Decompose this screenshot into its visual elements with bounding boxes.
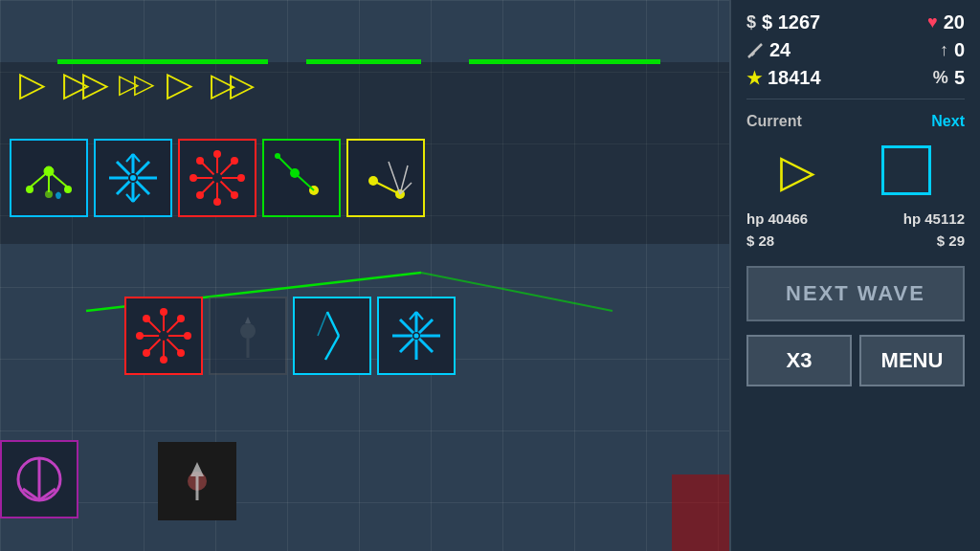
percent-icon: % bbox=[933, 68, 948, 88]
svg-point-67 bbox=[240, 323, 256, 339]
svg-point-4 bbox=[26, 186, 33, 193]
percent-value: 5 bbox=[954, 67, 965, 89]
tower-row-1 bbox=[10, 139, 425, 217]
enemy-preview-row: ▷ bbox=[746, 143, 965, 197]
up-value: 0 bbox=[954, 39, 965, 61]
progress-bar-2 bbox=[306, 59, 421, 64]
heart-icon: ♥ bbox=[927, 12, 938, 33]
svg-point-62 bbox=[143, 315, 150, 322]
svg-point-29 bbox=[196, 157, 204, 165]
svg-line-1 bbox=[30, 171, 49, 187]
svg-point-66 bbox=[159, 331, 168, 341]
bottom-buttons: X3 MENU bbox=[746, 335, 965, 386]
svg-point-28 bbox=[237, 174, 245, 182]
progress-bar-3 bbox=[469, 59, 660, 64]
svg-point-16 bbox=[130, 175, 136, 181]
svg-line-71 bbox=[325, 336, 339, 360]
svg-point-65 bbox=[177, 349, 185, 357]
current-hp: hp 40466 bbox=[746, 210, 808, 227]
enemy-fast: ▷▷ bbox=[211, 68, 249, 100]
svg-line-36 bbox=[295, 173, 314, 190]
current-cost: $ 28 bbox=[746, 232, 774, 249]
money-value: $ 1267 bbox=[762, 11, 820, 33]
tower-ice[interactable] bbox=[94, 139, 172, 217]
svg-point-32 bbox=[231, 191, 238, 199]
stat-row-money-hearts: $ $ 1267 ♥ 20 bbox=[746, 11, 965, 33]
svg-point-27 bbox=[189, 174, 197, 182]
current-label: Current bbox=[746, 113, 802, 130]
next-label: Next bbox=[931, 113, 965, 130]
svg-line-72 bbox=[318, 312, 327, 336]
next-wave-button[interactable]: NEXT WAVE bbox=[746, 266, 965, 321]
svg-line-89 bbox=[751, 53, 754, 55]
up-icon: ↑ bbox=[940, 40, 948, 60]
tower-empty[interactable] bbox=[209, 297, 287, 375]
svg-point-58 bbox=[160, 308, 167, 316]
next-hp: hp 45112 bbox=[903, 210, 965, 227]
svg-point-38 bbox=[275, 153, 280, 159]
side-panel: $ $ 1267 ♥ 20 24 ↑ 0 ★ 18414 % 5 bbox=[729, 0, 980, 551]
current-enemy-preview: ▷ bbox=[780, 143, 815, 197]
tower-up-arrow[interactable] bbox=[158, 442, 236, 520]
svg-line-2 bbox=[49, 171, 68, 187]
tower-peace[interactable] bbox=[0, 440, 78, 518]
tower-burst-2[interactable] bbox=[124, 297, 203, 375]
svg-point-5 bbox=[64, 186, 72, 193]
divider-1 bbox=[746, 99, 965, 99]
tower-ice-2[interactable] bbox=[377, 297, 456, 375]
hp-row: hp 40466 hp 45112 bbox=[746, 210, 965, 227]
star-icon: ★ bbox=[746, 68, 762, 89]
tower-lightning[interactable] bbox=[293, 297, 371, 375]
tower-arrow[interactable] bbox=[346, 139, 425, 217]
tower-poison[interactable] bbox=[10, 139, 88, 217]
enemy-double-1: ▷▷ bbox=[63, 67, 101, 101]
tower-row-3 bbox=[0, 440, 78, 518]
svg-marker-69 bbox=[245, 317, 251, 323]
svg-point-63 bbox=[177, 315, 185, 322]
cost-row: $ 28 $ 29 bbox=[746, 232, 965, 249]
red-block bbox=[672, 474, 729, 551]
svg-point-64 bbox=[143, 349, 150, 357]
svg-point-26 bbox=[213, 198, 221, 206]
next-cost: $ 29 bbox=[937, 232, 965, 249]
svg-point-30 bbox=[231, 157, 238, 165]
svg-point-80 bbox=[414, 334, 419, 339]
stat-row-sword-up: 24 ↑ 0 bbox=[746, 39, 965, 61]
next-enemy-preview bbox=[881, 145, 931, 195]
current-next-labels: Current Next bbox=[746, 113, 965, 130]
svg-point-61 bbox=[184, 332, 191, 340]
money-icon: $ bbox=[746, 12, 756, 33]
svg-point-6 bbox=[45, 190, 53, 198]
sword-icon bbox=[746, 42, 764, 59]
svg-point-25 bbox=[213, 150, 221, 158]
game-area: ▷ ▷▷ ▷▷ ▷ ▷▷ bbox=[0, 0, 729, 551]
sword-value: 24 bbox=[769, 39, 791, 61]
svg-point-31 bbox=[196, 191, 204, 199]
svg-line-70 bbox=[327, 312, 339, 336]
enemy-row: ▷ ▷▷ ▷▷ ▷ ▷▷ bbox=[19, 67, 249, 101]
svg-marker-86 bbox=[190, 462, 204, 476]
menu-button[interactable]: MENU bbox=[859, 335, 965, 386]
svg-point-60 bbox=[136, 332, 144, 340]
svg-point-33 bbox=[212, 173, 222, 183]
svg-point-59 bbox=[160, 356, 167, 364]
tower-sniper[interactable] bbox=[262, 139, 341, 217]
enemy-single-2: ▷ bbox=[167, 67, 193, 101]
hearts-value: 20 bbox=[944, 11, 965, 33]
x3-button[interactable]: X3 bbox=[746, 335, 852, 386]
svg-line-37 bbox=[278, 156, 295, 173]
star-value: 18414 bbox=[768, 67, 821, 89]
svg-line-88 bbox=[748, 44, 762, 57]
enemy-single-1: ▷ bbox=[19, 67, 46, 101]
tower-burst-1[interactable] bbox=[178, 139, 256, 217]
tower-row-2 bbox=[124, 297, 456, 375]
enemy-double-2: ▷▷ bbox=[119, 71, 149, 98]
stat-row-star-percent: ★ 18414 % 5 bbox=[746, 67, 965, 89]
